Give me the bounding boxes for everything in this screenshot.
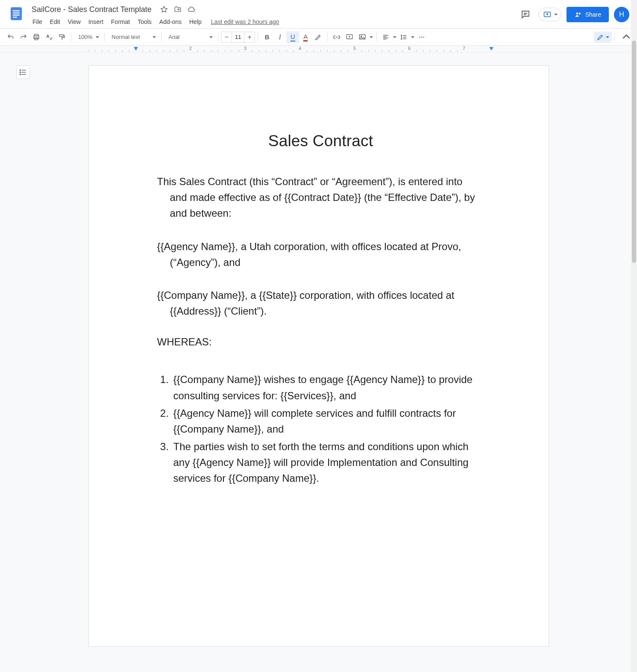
outline-toggle-button[interactable]	[16, 65, 30, 79]
account-avatar[interactable]: H	[614, 7, 629, 22]
ruler-number: 6	[408, 46, 411, 51]
zoom-value: 100%	[78, 34, 92, 40]
svg-rect-3	[13, 15, 20, 16]
more-tools-button[interactable]	[415, 31, 428, 43]
svg-point-18	[20, 72, 21, 73]
svg-point-6	[576, 12, 578, 15]
menu-format[interactable]: Format	[108, 17, 133, 27]
clause-item: {{Agency Name}} will complete services a…	[172, 405, 484, 437]
text: {{Address}} (“Client”).	[157, 303, 484, 319]
workspace: Sales Contract This Sales Contract (this…	[0, 53, 637, 664]
ruler-number: 5	[353, 46, 356, 51]
menu-file[interactable]: File	[29, 17, 46, 27]
ruler-number: 7	[463, 46, 465, 51]
redo-button[interactable]	[17, 31, 30, 43]
font-select[interactable]: Arial	[164, 31, 215, 43]
svg-rect-0	[11, 7, 22, 20]
text: {{Agency Name}}, a Utah corporation, wit…	[157, 241, 461, 252]
ruler-number: 4	[299, 46, 301, 51]
svg-point-14	[420, 36, 420, 37]
share-button[interactable]: Share	[567, 7, 609, 22]
app-header: SailCore - Sales Contract Template FileE…	[0, 0, 637, 29]
paragraph-agency: {{Agency Name}}, a Utah corporation, wit…	[157, 239, 484, 270]
highlight-button[interactable]	[312, 31, 325, 43]
clause-item: {{Company Name}} wishes to engage {{Agen…	[172, 371, 484, 403]
bold-button[interactable]: B	[261, 31, 273, 43]
font-size-control: − 11 +	[221, 32, 255, 43]
chevron-down-icon	[411, 36, 414, 38]
chevron-down-icon	[370, 36, 373, 38]
last-edit-link[interactable]: Last edit was 2 hours ago	[211, 18, 279, 25]
chevron-down-icon	[554, 14, 558, 15]
align-button[interactable]	[379, 31, 397, 43]
underline-button[interactable]: U	[286, 31, 299, 43]
document-page[interactable]: Sales Contract This Sales Contract (this…	[88, 65, 549, 647]
text-color-button[interactable]: A	[299, 31, 312, 43]
text: This Sales Contract (this “Contract” or …	[157, 176, 463, 187]
font-size-increase[interactable]: +	[244, 33, 255, 41]
editing-mode-button[interactable]	[594, 32, 612, 43]
ruler-number: 2	[189, 46, 192, 51]
present-button[interactable]	[538, 8, 561, 21]
doc-heading: Sales Contract	[157, 132, 484, 150]
svg-rect-10	[59, 35, 63, 37]
chevron-down-icon	[606, 36, 609, 38]
svg-rect-9	[35, 38, 38, 40]
menu-edit[interactable]: Edit	[47, 17, 64, 27]
clause-list: {{Company Name}} wishes to engage {{Agen…	[157, 371, 484, 486]
paint-format-button[interactable]	[56, 31, 68, 43]
line-spacing-button[interactable]	[397, 31, 415, 43]
star-icon[interactable]	[160, 6, 168, 13]
chevron-down-icon	[393, 36, 396, 38]
scrollbar-thumb[interactable]	[632, 41, 636, 263]
menu-add-ons[interactable]: Add-ons	[156, 17, 185, 27]
chevron-down-icon	[153, 36, 156, 38]
indent-marker-right[interactable]	[489, 47, 493, 50]
ruler[interactable]: 1234567	[0, 46, 637, 53]
menu-tools[interactable]: Tools	[134, 17, 155, 27]
svg-rect-1	[13, 10, 20, 12]
font-size-value[interactable]: 11	[232, 32, 244, 42]
indent-marker-left[interactable]	[134, 47, 138, 50]
svg-rect-4	[13, 17, 17, 18]
font-value: Arial	[168, 34, 179, 40]
share-label: Share	[585, 11, 601, 18]
menu-help[interactable]: Help	[186, 17, 205, 27]
paragraph-style-select[interactable]: Normal text	[107, 31, 159, 43]
cloud-status-icon[interactable]	[188, 6, 195, 13]
font-size-decrease[interactable]: −	[221, 33, 232, 41]
document-title[interactable]: SailCore - Sales Contract Template	[29, 4, 154, 15]
svg-point-16	[423, 36, 424, 37]
svg-rect-2	[13, 12, 20, 14]
chevron-down-icon	[209, 36, 213, 38]
toolbar: 100% Normal text Arial − 11 + B I U A	[0, 29, 637, 46]
spellcheck-button[interactable]	[43, 31, 56, 43]
add-comment-button[interactable]	[343, 31, 356, 43]
text: and made effective as of {{Contract Date…	[157, 189, 484, 221]
insert-link-button[interactable]	[330, 31, 343, 43]
svg-point-17	[20, 70, 21, 71]
move-icon[interactable]	[174, 6, 182, 13]
clause-item: The parties wish to set forth the terms …	[172, 439, 484, 486]
svg-point-13	[361, 35, 362, 36]
menu-view[interactable]: View	[65, 17, 84, 27]
print-button[interactable]	[30, 31, 43, 43]
style-value: Normal text	[112, 34, 140, 40]
zoom-select[interactable]: 100%	[74, 31, 102, 43]
paragraph-whereas: WHEREAS:	[157, 336, 484, 348]
menu-insert[interactable]: Insert	[85, 17, 107, 27]
text: {{Company Name}}, a {{State}} corporatio…	[157, 289, 455, 301]
scrollbar-vertical[interactable]	[631, 0, 637, 664]
paragraph-intro: This Sales Contract (this “Contract” or …	[157, 174, 484, 221]
text: (“Agency”), and	[157, 254, 484, 270]
ruler-number: 3	[244, 46, 247, 51]
paragraph-company: {{Company Name}}, a {{State}} corporatio…	[157, 287, 484, 319]
italic-button[interactable]: I	[273, 31, 286, 43]
undo-button[interactable]	[4, 31, 17, 43]
insert-image-button[interactable]	[356, 31, 374, 43]
menu-bar: FileEditViewInsertFormatToolsAdd-onsHelp…	[29, 15, 518, 28]
comments-history-icon[interactable]	[518, 7, 533, 22]
docs-logo[interactable]	[8, 5, 25, 22]
chevron-down-icon	[96, 36, 99, 38]
svg-point-19	[20, 74, 21, 75]
